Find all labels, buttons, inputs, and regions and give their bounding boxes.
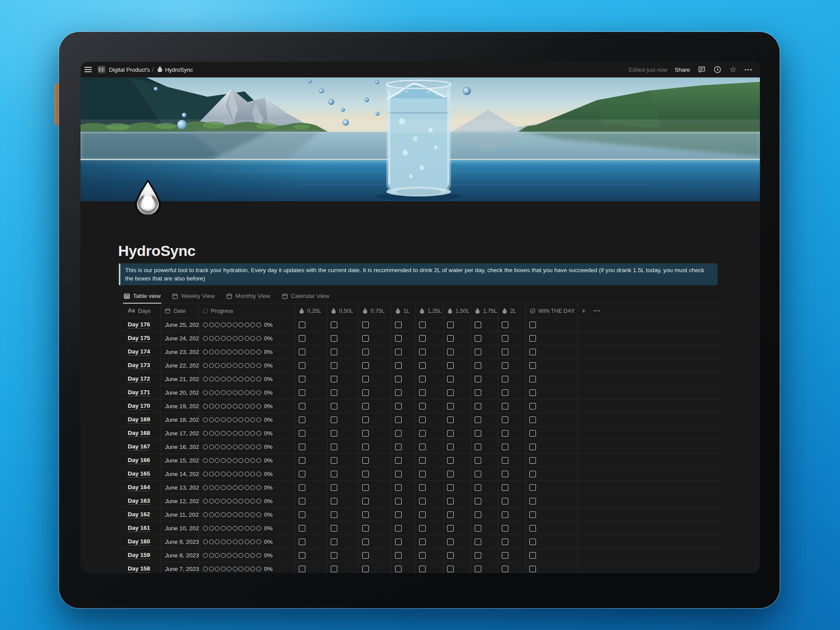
checkbox-125l[interactable] <box>419 511 426 518</box>
column-header-2l[interactable]: 2L <box>498 304 526 318</box>
checkbox-075l[interactable] <box>362 416 369 423</box>
checkbox-075l[interactable] <box>362 376 369 382</box>
checkbox-050l[interactable] <box>331 457 337 464</box>
checkbox-win-the-day[interactable] <box>529 322 536 328</box>
column-header-075l[interactable]: 0,75L <box>359 304 392 318</box>
cell-progress[interactable]: 0% <box>199 318 295 331</box>
checkbox-050l[interactable] <box>331 430 337 437</box>
day-page-link[interactable]: Day 169 <box>128 416 150 424</box>
checkbox-2l[interactable] <box>502 403 508 410</box>
checkbox-025l[interactable] <box>299 511 305 518</box>
tab-calendarview[interactable]: Calendar View <box>282 289 329 303</box>
checkbox-050l[interactable] <box>331 389 337 396</box>
checkbox-win-the-day[interactable] <box>529 376 536 382</box>
checkbox-175l[interactable] <box>475 471 481 477</box>
checkbox-win-the-day[interactable] <box>529 416 536 423</box>
checkbox-win-the-day[interactable] <box>529 444 536 450</box>
checkbox-025l[interactable] <box>299 552 305 559</box>
share-button[interactable]: Share <box>675 66 690 73</box>
checkbox-150l[interactable] <box>447 335 454 342</box>
day-page-link[interactable]: Day 164 <box>128 484 150 491</box>
cell-day[interactable]: Day 158 <box>124 562 161 573</box>
cell-date[interactable]: June 11, 2023 <box>161 508 199 521</box>
checkbox-150l[interactable] <box>447 349 454 355</box>
cell-progress[interactable]: 0% <box>199 562 295 573</box>
checkbox-1l[interactable] <box>395 376 402 382</box>
checkbox-175l[interactable] <box>475 539 481 545</box>
checkbox-175l[interactable] <box>475 403 481 410</box>
checkbox-1l[interactable] <box>395 389 402 396</box>
checkbox-175l[interactable] <box>475 430 481 437</box>
cell-date[interactable]: June 24, 2023 <box>161 332 199 345</box>
column-header-025l[interactable]: 0,25L <box>295 304 327 318</box>
checkbox-050l[interactable] <box>331 552 337 559</box>
checkbox-075l[interactable] <box>362 362 369 369</box>
checkbox-2l[interactable] <box>502 539 508 545</box>
checkbox-175l[interactable] <box>475 498 481 504</box>
checkbox-150l[interactable] <box>447 498 454 504</box>
comments-icon[interactable] <box>697 66 706 74</box>
cell-date[interactable]: June 20, 2023 <box>161 386 199 399</box>
day-page-link[interactable]: Day 166 <box>128 457 150 464</box>
cell-progress[interactable]: 0% <box>199 386 295 399</box>
checkbox-win-the-day[interactable] <box>529 335 536 342</box>
checkbox-2l[interactable] <box>502 566 508 572</box>
cell-day[interactable]: Day 166 <box>124 454 161 467</box>
day-page-link[interactable]: Day 159 <box>128 552 150 559</box>
tab-tableview[interactable]: Table view <box>124 289 161 303</box>
checkbox-025l[interactable] <box>299 416 305 423</box>
checkbox-075l[interactable] <box>362 511 369 518</box>
checkbox-1l[interactable] <box>395 416 402 423</box>
column-header-150l[interactable]: 1,50L <box>444 304 471 318</box>
checkbox-050l[interactable] <box>331 484 337 491</box>
checkbox-2l[interactable] <box>502 389 508 396</box>
add-column-button[interactable]: + <box>581 307 586 315</box>
checkbox-175l[interactable] <box>475 566 481 572</box>
checkbox-050l[interactable] <box>331 566 337 572</box>
checkbox-075l[interactable] <box>362 498 369 504</box>
checkbox-150l[interactable] <box>447 539 454 545</box>
checkbox-075l[interactable] <box>362 335 369 342</box>
cell-date[interactable]: June 9, 2023 <box>161 535 199 548</box>
checkbox-075l[interactable] <box>362 322 369 328</box>
cell-date[interactable]: June 18, 2023 <box>161 413 199 426</box>
day-page-link[interactable]: Day 162 <box>128 511 150 518</box>
favorite-star-icon[interactable]: ☆ <box>729 66 737 74</box>
cell-progress[interactable]: 0% <box>199 549 295 562</box>
checkbox-win-the-day[interactable] <box>529 349 536 355</box>
cell-day[interactable]: Day 161 <box>124 522 161 535</box>
cell-date[interactable]: June 16, 2023 <box>161 440 199 453</box>
checkbox-125l[interactable] <box>419 376 426 382</box>
column-header-days[interactable]: Aa Days <box>124 304 161 318</box>
checkbox-125l[interactable] <box>419 484 426 491</box>
checkbox-025l[interactable] <box>299 362 305 369</box>
checkbox-175l[interactable] <box>475 484 481 491</box>
day-page-link[interactable]: Day 170 <box>128 402 150 410</box>
day-page-link[interactable]: Day 173 <box>128 362 150 369</box>
checkbox-150l[interactable] <box>447 552 454 559</box>
sidebar-menu-icon[interactable] <box>84 67 92 72</box>
cell-day[interactable]: Day 175 <box>124 332 161 345</box>
checkbox-125l[interactable] <box>419 498 426 504</box>
day-page-link[interactable]: Day 171 <box>128 389 150 396</box>
cell-date[interactable]: June 15, 2023 <box>161 454 199 467</box>
checkbox-1l[interactable] <box>395 457 402 464</box>
cell-progress[interactable]: 0% <box>199 372 295 385</box>
cell-progress[interactable]: 0% <box>199 454 295 467</box>
checkbox-win-the-day[interactable] <box>529 362 536 369</box>
checkbox-050l[interactable] <box>331 416 337 423</box>
checkbox-050l[interactable] <box>331 403 337 410</box>
checkbox-1l[interactable] <box>395 403 402 410</box>
cell-progress[interactable]: 0% <box>199 413 295 426</box>
cell-day[interactable]: Day 159 <box>124 549 161 562</box>
checkbox-150l[interactable] <box>447 389 454 396</box>
checkbox-175l[interactable] <box>475 322 481 328</box>
checkbox-win-the-day[interactable] <box>529 539 536 545</box>
checkbox-125l[interactable] <box>419 349 426 355</box>
checkbox-175l[interactable] <box>475 416 481 423</box>
checkbox-175l[interactable] <box>475 389 481 396</box>
checkbox-2l[interactable] <box>502 552 508 559</box>
checkbox-150l[interactable] <box>447 444 454 450</box>
day-page-link[interactable]: Day 168 <box>128 430 150 437</box>
checkbox-075l[interactable] <box>362 566 369 572</box>
